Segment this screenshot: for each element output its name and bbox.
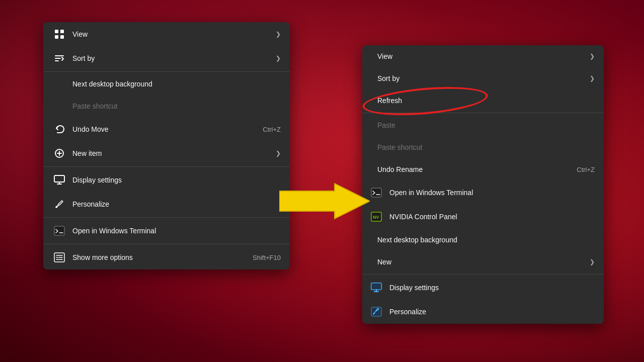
next-bg2-label: Next desktop background — [377, 236, 595, 244]
left-context-menu: View ❯ Sort by ❯ Next desktop background… — [43, 22, 290, 269]
display-icon — [52, 173, 66, 187]
display-settings2-label: Display settings — [389, 284, 595, 292]
sort-by-label: Sort by — [72, 54, 272, 62]
paste-shortcut-label: Paste shortcut — [72, 102, 281, 110]
undo-move-label: Undo Move — [72, 125, 243, 133]
chevron-right-sort2: ❯ — [590, 75, 595, 82]
svg-rect-5 — [54, 175, 64, 182]
svg-rect-1 — [60, 30, 64, 33]
menu-item-sort-by2[interactable]: Sort by ❯ — [362, 67, 604, 89]
svg-point-16 — [373, 313, 375, 315]
svg-rect-3 — [60, 35, 64, 39]
svg-rect-7 — [54, 226, 64, 235]
brush-icon — [52, 197, 66, 211]
menu-item-display-settings[interactable]: Display settings — [43, 168, 290, 192]
arrow-indicator — [279, 181, 370, 221]
view2-label: View — [377, 52, 586, 60]
svg-rect-0 — [55, 30, 58, 33]
sort-by2-label: Sort by — [377, 74, 586, 82]
nvidia-icon: NV — [369, 210, 383, 224]
paste-shortcut2-label: Paste shortcut — [377, 143, 595, 151]
svg-rect-2 — [55, 35, 58, 39]
menu-item-next-bg[interactable]: Next desktop background — [43, 73, 290, 95]
refresh-label: Refresh — [377, 97, 595, 105]
menu-item-nvidia[interactable]: NV NVIDIA Control Panel — [362, 205, 604, 229]
sort-icon — [52, 51, 66, 65]
open-terminal2-label: Open in Windows Terminal — [389, 189, 595, 197]
svg-rect-15 — [371, 307, 381, 316]
divider-1 — [43, 71, 290, 72]
terminal-icon — [52, 224, 66, 238]
show-more-icon — [52, 250, 66, 264]
open-terminal-label: Open in Windows Terminal — [72, 227, 281, 235]
new2-label: New — [377, 258, 586, 266]
new-item-label: New item — [72, 149, 272, 157]
menu-item-open-terminal2[interactable]: Open in Windows Terminal — [362, 180, 604, 205]
chevron-right-view2: ❯ — [590, 53, 595, 60]
svg-text:NV: NV — [373, 215, 379, 220]
view-icon — [52, 27, 66, 41]
undo-rename-shortcut: Ctrl+Z — [577, 166, 595, 173]
nvidia-label: NVIDIA Control Panel — [389, 213, 595, 221]
svg-rect-10 — [371, 188, 381, 197]
view-label: View — [72, 30, 272, 38]
paste2-label: Paste — [377, 121, 595, 129]
chevron-right-icon: ❯ — [276, 31, 281, 38]
menu-item-view[interactable]: View ❯ — [43, 22, 290, 46]
menu-item-show-more[interactable]: Show more options Shift+F10 — [43, 245, 290, 269]
plus-circle-icon — [52, 146, 66, 160]
chevron-right-new2: ❯ — [590, 258, 595, 265]
undo-icon — [52, 122, 66, 136]
next-bg-label: Next desktop background — [72, 80, 281, 88]
personalize2-label: Personalize — [389, 308, 595, 316]
right-divider-1 — [362, 113, 604, 113]
display-settings-label: Display settings — [72, 176, 281, 184]
chevron-right-icon-sort: ❯ — [276, 55, 281, 62]
undo-rename-label: Undo Rename — [377, 165, 556, 173]
menu-item-personalize2[interactable]: Personalize — [362, 300, 604, 324]
svg-rect-14 — [371, 283, 381, 290]
menu-item-refresh[interactable]: Refresh — [362, 89, 604, 112]
divider-2 — [43, 166, 290, 167]
menu-item-personalize[interactable]: Personalize — [43, 192, 290, 216]
menu-item-new-item[interactable]: New item ❯ — [43, 141, 290, 165]
svg-point-6 — [56, 206, 58, 208]
menu-item-paste2[interactable]: Paste — [362, 114, 604, 136]
menu-item-undo-move[interactable]: Undo Move Ctrl+Z — [43, 117, 290, 141]
show-more-label: Show more options — [72, 253, 232, 261]
chevron-right-icon-new: ❯ — [276, 150, 281, 157]
menu-item-paste-shortcut[interactable]: Paste shortcut — [43, 95, 290, 117]
menu-item-undo-rename[interactable]: Undo Rename Ctrl+Z — [362, 158, 604, 180]
divider-3 — [43, 217, 290, 218]
personalize-label: Personalize — [72, 200, 281, 208]
svg-marker-9 — [279, 184, 370, 219]
menu-item-next-bg2[interactable]: Next desktop background — [362, 229, 604, 251]
menu-item-view2[interactable]: View ❯ — [362, 45, 604, 67]
brush-icon2 — [369, 305, 383, 319]
menu-item-open-terminal[interactable]: Open in Windows Terminal — [43, 219, 290, 243]
display-icon2 — [369, 281, 383, 295]
menu-item-new2[interactable]: New ❯ — [362, 251, 604, 273]
right-context-menu: View ❯ Sort by ❯ Refresh Paste Paste sho… — [362, 45, 604, 324]
show-more-shortcut: Shift+F10 — [253, 254, 281, 261]
divider-4 — [43, 244, 290, 244]
terminal-icon2 — [369, 186, 383, 200]
undo-shortcut: Ctrl+Z — [263, 126, 281, 133]
right-divider-2 — [362, 274, 604, 275]
menu-item-sort-by[interactable]: Sort by ❯ — [43, 46, 290, 70]
menu-item-paste-shortcut2[interactable]: Paste shortcut — [362, 136, 604, 158]
menu-item-display-settings2[interactable]: Display settings — [362, 276, 604, 300]
